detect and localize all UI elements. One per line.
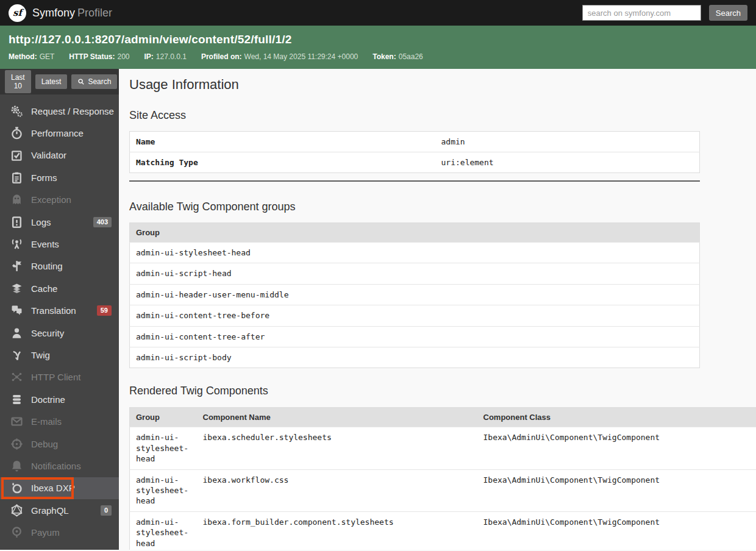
table-cell: admin-ui-script-head	[130, 263, 700, 284]
sidebar-item-badge: 0	[101, 505, 112, 516]
broadcast-icon	[10, 238, 23, 251]
log-book-icon	[10, 216, 23, 229]
request-meta-item: Token:05aa26	[373, 52, 423, 61]
sidebar-last-10-button[interactable]: Last 10	[5, 70, 31, 93]
sidebar-item-label: Security	[31, 328, 64, 338]
sidebar-item-label: Ibexa DXP	[31, 483, 75, 493]
table-cell: Ibexa\AdminUi\Component\TwigComponent	[477, 427, 756, 469]
top-bar: sf SymfonyProfiler Search	[0, 0, 756, 26]
request-meta-value: Wed, 14 May 2025 11:29:24 +0000	[244, 52, 358, 61]
search-input[interactable]	[582, 5, 701, 21]
sidebar-item-label: Payum	[31, 527, 60, 538]
table-row: admin-ui-stylesheet-head	[130, 243, 700, 263]
table-cell: Ibexa\AdminUi\Component\TwigComponent	[477, 469, 756, 511]
sidebar-item-http-client: HTTP Client	[0, 366, 119, 388]
section-heading-site-access: Site Access	[129, 109, 756, 122]
request-meta: Method:GETHTTP Status:200IP:127.0.0.1Pro…	[9, 52, 747, 61]
sidebar-search-button[interactable]: Search	[71, 74, 117, 89]
table-cell: admin-ui-content-tree-after	[130, 326, 700, 347]
app-title: SymfonyProfiler	[32, 7, 112, 20]
request-url: http://127.0.0.1:8207/admin/view/content…	[9, 33, 747, 46]
table-cell: Ibexa\AdminUi\Component\TwigComponent	[477, 511, 756, 550]
sidebar-item-notifications: Notifications	[0, 455, 119, 477]
column-header: Group	[130, 408, 197, 427]
sidebar-item-forms[interactable]: Forms	[0, 166, 119, 188]
sidebar-item-badge: 59	[97, 305, 112, 316]
search-icon	[77, 78, 85, 85]
table-cell: admin-ui-script-body	[130, 347, 700, 368]
sidebar-item-doctrine[interactable]: Doctrine	[0, 388, 119, 410]
table-cell: admin-ui-header-user-menu-middle	[130, 284, 700, 305]
sidebar-nav: Request / ResponsePerformanceValidatorFo…	[0, 94, 119, 544]
signpost-icon	[10, 260, 23, 272]
sidebar-item-label: Logs	[31, 217, 51, 227]
table-cell: admin-ui-stylesheet-head	[130, 243, 700, 263]
section-heading-component-groups: Available Twig Component groups	[129, 201, 756, 213]
sidebar-latest-button[interactable]: Latest	[35, 74, 68, 89]
main-panel: Usage Information Site Access NameadminM…	[119, 69, 756, 550]
sidebar-item-ibexa-dxp[interactable]: Ibexa DXP	[0, 477, 119, 499]
sidebar-item-cache[interactable]: Cache	[0, 277, 119, 299]
section-heading-rendered-components: Rendered Twig Components	[129, 385, 756, 397]
sidebar-toolbar: Last 10LatestSearch	[0, 69, 119, 94]
sidebar-item-label: Performance	[31, 128, 84, 138]
sidebar-item-events[interactable]: Events	[0, 233, 119, 255]
graphql-icon	[10, 504, 23, 517]
table-row: admin-ui-stylesheet-headibexa.workflow.c…	[130, 469, 756, 511]
site-access-table: NameadminMatching Typeuri:element	[129, 131, 700, 173]
sidebar-item-translation[interactable]: Translation59	[0, 300, 119, 322]
kv-key: Name	[130, 132, 435, 152]
table-row: Nameadmin	[130, 132, 700, 152]
table-cell: ibexa.scheduler.stylesheets	[197, 427, 477, 469]
table-row: Matching Typeuri:element	[130, 152, 700, 173]
gears-icon	[10, 105, 23, 118]
bell-icon	[10, 460, 23, 472]
table-row: admin-ui-header-user-menu-middle	[130, 284, 700, 305]
sidebar-item-request-response[interactable]: Request / Response	[0, 100, 119, 122]
sidebar-item-graphql[interactable]: GraphQL0	[0, 499, 119, 521]
sidebar-item-label: Validator	[31, 150, 66, 160]
component-groups-table: Group admin-ui-stylesheet-headadmin-ui-s…	[129, 222, 700, 368]
sidebar-item-label: Twig	[31, 350, 50, 360]
sidebar-item-twig[interactable]: Twig	[0, 344, 119, 366]
table-row: admin-ui-content-tree-after	[130, 326, 700, 347]
request-meta-item: IP:127.0.0.1	[144, 52, 186, 61]
sidebar-item-label: Debug	[31, 439, 58, 449]
payum-icon	[10, 526, 23, 539]
translate-icon	[10, 304, 23, 317]
request-meta-value: 127.0.0.1	[156, 52, 187, 61]
column-header: Group	[130, 223, 700, 243]
rendered-components-table: GroupComponent NameComponent Class admin…	[129, 407, 756, 550]
table-cell: admin-ui-stylesheet-head	[130, 511, 197, 550]
search-button[interactable]: Search	[709, 5, 747, 21]
page-title: Usage Information	[129, 77, 756, 93]
target-icon	[10, 438, 23, 450]
table-row: admin-ui-script-head	[130, 263, 700, 284]
request-meta-value: GET	[40, 52, 55, 61]
column-header: Component Name	[197, 408, 477, 427]
sidebar-item-logs[interactable]: Logs403	[0, 211, 119, 233]
sidebar-item-performance[interactable]: Performance	[0, 122, 119, 144]
sidebar-item-security[interactable]: Security	[0, 322, 119, 344]
table-cell: ibexa.form_builder.component.stylesheets	[197, 511, 477, 550]
sidebar-item-label: Request / Response	[31, 106, 114, 116]
sidebar-item-payum: Payum	[0, 521, 119, 543]
ibexa-icon	[10, 482, 23, 494]
table-row: admin-ui-content-tree-before	[130, 305, 700, 326]
sidebar-item-debug: Debug	[0, 433, 119, 455]
request-summary-bar: http://127.0.0.1:8207/admin/view/content…	[0, 26, 756, 69]
check-square-icon	[10, 149, 23, 162]
sidebar-item-validator[interactable]: Validator	[0, 144, 119, 166]
sidebar-item-e-mails: E-mails	[0, 410, 119, 432]
stopwatch-icon	[10, 127, 23, 140]
sidebar-button-label: Last 10	[11, 73, 25, 90]
clipboard-icon	[10, 171, 23, 184]
sidebar-item-label: Translation	[31, 305, 76, 316]
ghost-icon	[10, 193, 23, 206]
kv-value: uri:element	[435, 152, 700, 173]
sidebar-item-exception: Exception	[0, 189, 119, 211]
sidebar-item-routing[interactable]: Routing	[0, 255, 119, 277]
section-divider	[129, 180, 700, 182]
column-header: Component Class	[477, 408, 756, 427]
kv-value: admin	[435, 132, 700, 152]
